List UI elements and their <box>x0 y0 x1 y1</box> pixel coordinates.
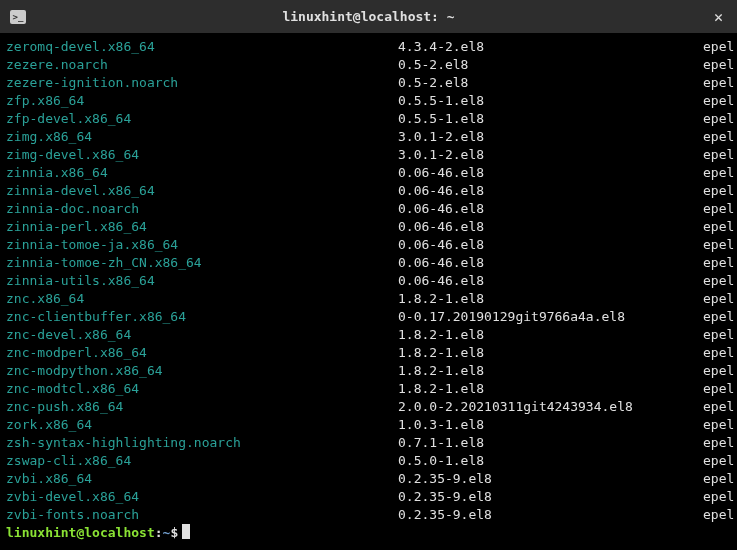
package-version: 0.7.1-1.el8 <box>398 434 703 452</box>
package-repo: epel <box>703 290 734 308</box>
package-version: 0.5.5-1.el8 <box>398 110 703 128</box>
window-title: linuxhint@localhost: ~ <box>282 9 454 24</box>
cursor <box>182 524 190 539</box>
package-name: zvbi-fonts.noarch <box>6 506 398 524</box>
terminal-icon: >_ <box>10 10 26 24</box>
package-name: zinnia-perl.x86_64 <box>6 218 398 236</box>
package-name: zinnia-tomoe-zh_CN.x86_64 <box>6 254 398 272</box>
package-version: 3.0.1-2.el8 <box>398 146 703 164</box>
package-name: zimg-devel.x86_64 <box>6 146 398 164</box>
package-repo: epel <box>703 416 734 434</box>
package-name: zswap-cli.x86_64 <box>6 452 398 470</box>
package-row: znc-modtcl.x86_641.8.2-1.el8epel <box>6 380 731 398</box>
titlebar-left: >_ <box>10 10 34 24</box>
package-repo: epel <box>703 92 734 110</box>
package-row: zezere-ignition.noarch0.5-2.el8epel <box>6 74 731 92</box>
package-version: 0.06-46.el8 <box>398 272 703 290</box>
package-row: zvbi-devel.x86_640.2.35-9.el8epel <box>6 488 731 506</box>
package-version: 1.8.2-1.el8 <box>398 326 703 344</box>
package-row: zinnia-tomoe-zh_CN.x86_640.06-46.el8epel <box>6 254 731 272</box>
package-name: znc-clientbuffer.x86_64 <box>6 308 398 326</box>
package-row: zork.x86_641.0.3-1.el8epel <box>6 416 731 434</box>
package-row: znc-clientbuffer.x86_640-0.17.20190129gi… <box>6 308 731 326</box>
package-name: zinnia-tomoe-ja.x86_64 <box>6 236 398 254</box>
package-repo: epel <box>703 488 734 506</box>
terminal-content[interactable]: zeromq-devel.x86_644.3.4-2.el8epelzezere… <box>0 34 737 550</box>
package-repo: epel <box>703 200 734 218</box>
package-row: zsh-syntax-highlighting.noarch0.7.1-1.el… <box>6 434 731 452</box>
package-row: zfp-devel.x86_640.5.5-1.el8epel <box>6 110 731 128</box>
package-repo: epel <box>703 236 734 254</box>
package-name: zezere.noarch <box>6 56 398 74</box>
package-name: znc-modperl.x86_64 <box>6 344 398 362</box>
package-name: zork.x86_64 <box>6 416 398 434</box>
package-row: zinnia-doc.noarch0.06-46.el8epel <box>6 200 731 218</box>
package-name: zinnia-utils.x86_64 <box>6 272 398 290</box>
package-version: 4.3.4-2.el8 <box>398 38 703 56</box>
package-row: znc-modpython.x86_641.8.2-1.el8epel <box>6 362 731 380</box>
package-row: zswap-cli.x86_640.5.0-1.el8epel <box>6 452 731 470</box>
package-name: znc-modtcl.x86_64 <box>6 380 398 398</box>
prompt-path: ~ <box>163 524 171 542</box>
package-row: zinnia-perl.x86_640.06-46.el8epel <box>6 218 731 236</box>
prompt-line: linuxhint@localhost:~$ <box>6 524 731 542</box>
prompt-dollar: $ <box>170 524 178 542</box>
package-version: 0.06-46.el8 <box>398 254 703 272</box>
prompt-user-host: linuxhint@localhost <box>6 524 155 542</box>
package-name: zfp-devel.x86_64 <box>6 110 398 128</box>
package-version: 1.8.2-1.el8 <box>398 344 703 362</box>
package-version: 0.06-46.el8 <box>398 218 703 236</box>
package-repo: epel <box>703 146 734 164</box>
package-row: znc-devel.x86_641.8.2-1.el8epel <box>6 326 731 344</box>
package-version: 0.2.35-9.el8 <box>398 488 703 506</box>
package-repo: epel <box>703 344 734 362</box>
package-version: 0.5.0-1.el8 <box>398 452 703 470</box>
package-repo: epel <box>703 380 734 398</box>
package-row: znc-modperl.x86_641.8.2-1.el8epel <box>6 344 731 362</box>
package-version: 0-0.17.20190129git9766a4a.el8 <box>398 308 703 326</box>
package-row: znc-push.x86_642.0.0-2.20210311git424393… <box>6 398 731 416</box>
package-name: zimg.x86_64 <box>6 128 398 146</box>
package-version: 0.06-46.el8 <box>398 200 703 218</box>
package-row: zinnia-devel.x86_640.06-46.el8epel <box>6 182 731 200</box>
package-version: 1.8.2-1.el8 <box>398 380 703 398</box>
package-version: 0.06-46.el8 <box>398 236 703 254</box>
package-version: 0.2.35-9.el8 <box>398 506 703 524</box>
package-row: zinnia-tomoe-ja.x86_640.06-46.el8epel <box>6 236 731 254</box>
package-version: 3.0.1-2.el8 <box>398 128 703 146</box>
package-version: 1.8.2-1.el8 <box>398 290 703 308</box>
package-name: zvbi.x86_64 <box>6 470 398 488</box>
package-version: 0.06-46.el8 <box>398 182 703 200</box>
package-name: zfp.x86_64 <box>6 92 398 110</box>
package-repo: epel <box>703 164 734 182</box>
package-name: zsh-syntax-highlighting.noarch <box>6 434 398 452</box>
package-row: znc.x86_641.8.2-1.el8epel <box>6 290 731 308</box>
package-version: 1.0.3-1.el8 <box>398 416 703 434</box>
package-repo: epel <box>703 272 734 290</box>
package-name: znc.x86_64 <box>6 290 398 308</box>
package-repo: epel <box>703 254 734 272</box>
package-row: zfp.x86_640.5.5-1.el8epel <box>6 92 731 110</box>
package-version: 0.5.5-1.el8 <box>398 92 703 110</box>
package-repo: epel <box>703 182 734 200</box>
package-name: zinnia-doc.noarch <box>6 200 398 218</box>
package-repo: epel <box>703 110 734 128</box>
package-row: zimg-devel.x86_643.0.1-2.el8epel <box>6 146 731 164</box>
package-row: zinnia.x86_640.06-46.el8epel <box>6 164 731 182</box>
package-row: zvbi-fonts.noarch0.2.35-9.el8epel <box>6 506 731 524</box>
package-repo: epel <box>703 470 734 488</box>
close-button[interactable]: ✕ <box>710 6 727 28</box>
package-name: zinnia-devel.x86_64 <box>6 182 398 200</box>
package-list: zeromq-devel.x86_644.3.4-2.el8epelzezere… <box>6 38 731 524</box>
package-repo: epel <box>703 128 734 146</box>
package-row: zinnia-utils.x86_640.06-46.el8epel <box>6 272 731 290</box>
package-row: zeromq-devel.x86_644.3.4-2.el8epel <box>6 38 731 56</box>
titlebar: >_ linuxhint@localhost: ~ ✕ <box>0 0 737 34</box>
package-repo: epel <box>703 452 734 470</box>
package-version: 0.5-2.el8 <box>398 56 703 74</box>
package-repo: epel <box>703 308 734 326</box>
package-name: znc-modpython.x86_64 <box>6 362 398 380</box>
package-version: 0.5-2.el8 <box>398 74 703 92</box>
package-name: zeromq-devel.x86_64 <box>6 38 398 56</box>
package-repo: epel <box>703 218 734 236</box>
